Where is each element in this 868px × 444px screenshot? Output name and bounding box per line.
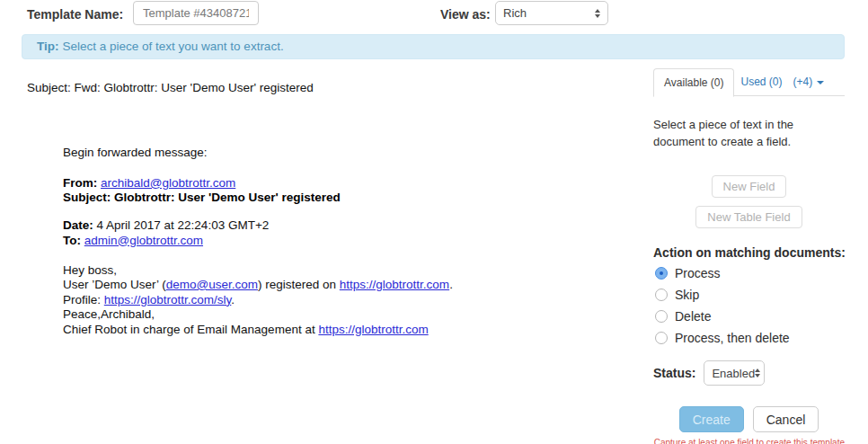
action-radio-group: Process Skip Delete Process, then delete [653, 262, 845, 349]
cancel-button[interactable]: Cancel [753, 406, 819, 432]
chevron-down-icon [817, 81, 824, 84]
tab-more-label: (+4) [793, 75, 813, 88]
registered-line-text[interactable]: User ’Demo User’ ( [63, 278, 166, 291]
profile-line-text[interactable]: Profile: [63, 293, 104, 306]
status-row: Status: Enabled [653, 360, 845, 386]
to-email-link[interactable]: admin@globtrottr.com [84, 234, 203, 247]
tab-available[interactable]: Available (0) [653, 68, 734, 97]
profile-link[interactable]: https://globtrottr.com/sly [104, 293, 232, 306]
status-label: Status: [653, 366, 695, 380]
fields-tabbar: Available (0)Used (0)(+4) [653, 67, 845, 96]
begin-forwarded-line[interactable]: Begin forwarded message: [63, 146, 602, 161]
email-message-block[interactable]: Hey boss, User ’Demo User’ (demo@user.co… [63, 263, 602, 338]
subject-label[interactable]: Subject: [63, 191, 111, 204]
create-button[interactable]: Create [679, 406, 744, 432]
create-warning-text: Capture at least one field to create thi… [653, 438, 845, 444]
radio-unselected-icon[interactable] [655, 310, 668, 323]
radio-skip[interactable]: Skip [653, 284, 845, 306]
radio-delete-label: Delete [675, 309, 711, 324]
radio-unselected-icon[interactable] [655, 332, 668, 344]
radio-process[interactable]: Process [653, 262, 845, 284]
signoff-line[interactable]: Peace,Archibald, [63, 307, 155, 321]
new-field-button[interactable]: New Field [712, 175, 787, 198]
radio-process-then-delete[interactable]: Process, then delete [653, 327, 845, 349]
from-email-link[interactable]: archibald@globtrottr.com [101, 176, 235, 190]
view-as-select[interactable]: Rich [495, 1, 608, 25]
view-as-label: View as: [440, 7, 491, 22]
signature-line-text[interactable]: Chief Robot in charge of Email Managemen… [63, 323, 318, 336]
radio-selected-icon[interactable] [655, 267, 668, 280]
radio-process-label: Process [675, 266, 721, 280]
demo-user-email-link[interactable]: demo@user.com [166, 278, 258, 291]
globtrottr-link[interactable]: https://globtrottr.com [340, 278, 449, 291]
new-table-field-button[interactable]: New Table Field [695, 206, 802, 228]
radio-skip-label: Skip [675, 288, 699, 302]
view-as-selected-value: Rich [503, 6, 527, 20]
email-date-block[interactable]: Date: 4 April 2017 at 22:24:03 GMT+2 To:… [63, 218, 602, 248]
updown-arrows-icon [755, 369, 760, 377]
email-body[interactable]: Begin forwarded message: From: archibald… [63, 146, 602, 337]
subject-value[interactable]: Globtrottr: User 'Demo User' registered [114, 191, 341, 204]
template-name-label: Template Name: [27, 7, 123, 22]
email-subject-line[interactable]: Subject: Fwd: Globtrottr: User 'Demo Use… [27, 81, 314, 94]
template-editor-window: Template Name: View as: Rich Tip:Select … [0, 0, 868, 444]
select-text-instruction: Select a piece of text in the document t… [653, 116, 826, 150]
radio-unselected-icon[interactable] [655, 289, 668, 301]
tip-banner: Tip:Select a piece of text you want to e… [22, 34, 845, 59]
tab-used[interactable]: Used (0) [736, 68, 786, 97]
updown-arrows-icon [595, 9, 600, 18]
signature-link[interactable]: https://globtrottr.com [318, 323, 428, 336]
action-buttons-row: Create Cancel [653, 406, 845, 432]
tab-more[interactable]: (+4) [789, 68, 829, 97]
tip-prefix: Tip: [37, 40, 59, 53]
registered-line-end[interactable]: . [449, 278, 453, 291]
greeting-line[interactable]: Hey boss, [63, 263, 117, 277]
date-value[interactable]: 4 April 2017 at 22:24:03 GMT+2 [97, 218, 270, 232]
registered-line-mid[interactable]: ) registered on [258, 278, 340, 291]
fields-sidebar: Available (0)Used (0)(+4) Select a piece… [653, 67, 845, 444]
from-label[interactable]: From: [63, 176, 97, 190]
status-selected-value: Enabled [712, 367, 755, 380]
action-heading: Action on matching documents: [653, 245, 845, 260]
date-label[interactable]: Date: [63, 218, 93, 232]
profile-line-end[interactable]: . [231, 293, 235, 306]
status-select[interactable]: Enabled [704, 360, 765, 386]
template-name-input[interactable] [133, 1, 259, 25]
to-label[interactable]: To: [63, 234, 81, 247]
tip-text: Select a piece of text you want to extra… [63, 40, 284, 53]
email-headers-block[interactable]: From: archibald@globtrottr.com Subject: … [63, 176, 602, 206]
radio-delete[interactable]: Delete [653, 306, 845, 327]
radio-process-then-delete-label: Process, then delete [675, 331, 790, 345]
